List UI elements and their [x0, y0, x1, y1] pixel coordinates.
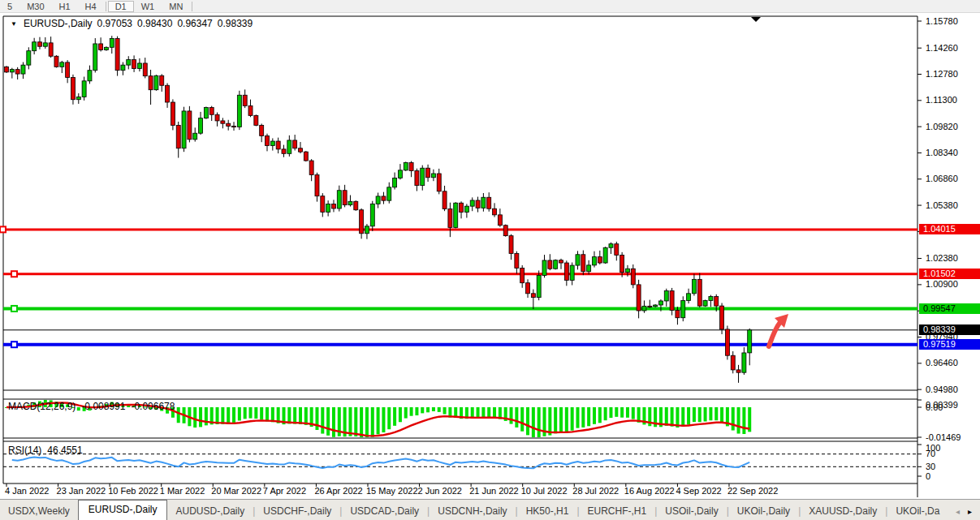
macd-histogram-bar — [493, 407, 496, 418]
macd-histogram-bar — [693, 407, 696, 422]
candle-body — [60, 62, 64, 67]
date-axis-label: 23 Jan 2022 — [57, 486, 106, 496]
price-axis-label: 1.15780 — [926, 16, 958, 26]
macd-histogram-bar — [510, 407, 513, 424]
tab-audusd-daily[interactable]: AUDUSD-,Daily — [167, 502, 253, 520]
macd-histogram-bar — [704, 407, 707, 422]
tab-usdchf-daily[interactable]: USDCHF-,Daily — [255, 502, 339, 520]
macd-histogram-bar — [399, 407, 402, 422]
candle-body — [720, 306, 724, 329]
date-axis-label: 10 Jul 2022 — [521, 486, 568, 496]
candle-body — [487, 197, 491, 208]
tab-scroll-right-icon[interactable]: ▸ — [968, 507, 972, 516]
tab-xauusd-daily[interactable]: XAUUSD-,Daily — [801, 502, 885, 520]
macd-histogram-bar — [609, 407, 612, 418]
candle-body — [37, 42, 41, 46]
candle-body — [66, 62, 70, 78]
candle-body — [154, 75, 158, 89]
macd-histogram-bar — [249, 407, 253, 419]
candlestick-plot — [0, 0, 980, 520]
macd-histogram-bar — [471, 407, 474, 418]
candle-body — [664, 291, 668, 301]
macd-histogram-bar — [598, 407, 602, 423]
tab-usdx-weekly[interactable]: USDX,Weekly — [0, 502, 78, 520]
candle-body — [648, 306, 652, 307]
macd-histogram-bar — [387, 407, 391, 429]
macd-histogram-bar — [487, 407, 490, 417]
candle-body — [209, 108, 214, 115]
macd-value-main: -0.008991 — [81, 401, 125, 412]
macd-histogram-bar — [665, 407, 668, 426]
tab-scroll-left-icon[interactable]: ◂ — [956, 507, 960, 516]
candle-body — [304, 152, 308, 161]
macd-histogram-bar — [321, 407, 324, 434]
candle-body — [542, 260, 546, 276]
macd-histogram-bar — [481, 407, 485, 417]
candle-body — [360, 210, 364, 234]
candle-body — [526, 283, 530, 294]
tab-ukoil-daily[interactable]: UKOil-,Daily — [729, 502, 798, 520]
candle-body — [232, 126, 236, 127]
mt4-chart-window: 5M30H1H4D1W1MN ▼ EURUSD-,Daily 0.97053 0… — [0, 0, 980, 520]
candle-body — [398, 170, 402, 178]
macd-histogram-bar — [421, 407, 424, 413]
date-axis-label: 7 Apr 2022 — [263, 486, 306, 496]
candle-body — [687, 294, 691, 301]
up-arrow-annotation — [769, 322, 780, 346]
macd-histogram-bar — [532, 407, 535, 437]
candle-body — [176, 125, 180, 148]
macd-histogram-bar — [626, 407, 629, 418]
candle-body — [714, 297, 719, 307]
candle-body — [697, 279, 702, 306]
tab-eurusd-daily[interactable]: EURUSD-,Daily — [78, 500, 168, 520]
price-axis-label: 1.02380 — [926, 253, 958, 263]
macd-histogram-bar — [620, 407, 624, 418]
symbol-tab-bar: USDX,WeeklyEURUSD-,DailyAUDUSD-,Daily|US… — [0, 499, 980, 520]
macd-histogram-bar — [632, 407, 635, 419]
candle-body — [182, 111, 186, 148]
candle-body — [437, 174, 441, 191]
candle-body — [592, 257, 596, 265]
candle-body — [409, 162, 413, 170]
macd-axis-label: 0.00 — [926, 402, 943, 412]
macd-histogram-bar — [266, 407, 269, 421]
resistance-line-lower-price-tag: 1.01502 — [919, 269, 980, 279]
candle-body — [493, 208, 497, 215]
macd-histogram-bar — [260, 407, 263, 419]
candle-body — [426, 168, 430, 178]
candle-body — [293, 140, 297, 148]
price-axis-label: 0.96460 — [926, 358, 958, 367]
candle-body — [115, 38, 119, 70]
candle-body — [393, 178, 397, 187]
tab-usdcad-daily[interactable]: USDCAD-,Daily — [342, 502, 427, 520]
candle-body — [742, 353, 746, 372]
macd-histogram-bar — [244, 407, 247, 419]
symbol-dropdown-icon: ▼ — [11, 20, 17, 28]
candle-body — [204, 108, 208, 118]
candle-body — [681, 301, 685, 318]
price-axis-label: 1.05380 — [926, 200, 958, 210]
macd-histogram-bar — [520, 407, 524, 432]
tab-ukoil-da[interactable]: UKOil-,Da — [887, 502, 948, 520]
tab-usdcnh-daily[interactable]: USDCNH-,Daily — [430, 502, 515, 520]
tab-usoil-daily[interactable]: USOil-,Daily — [657, 502, 726, 520]
tab-hk50-h1[interactable]: HK50-,H1 — [518, 502, 577, 520]
macd-histogram-bar — [410, 407, 413, 416]
candle-body — [460, 203, 464, 212]
candle-body — [260, 125, 264, 135]
macd-histogram-bar — [681, 407, 684, 427]
resistance-line-upper-price-tag: 1.04015 — [919, 224, 980, 234]
macd-histogram-bar — [232, 407, 235, 424]
candle-body — [248, 105, 253, 115]
tab-eurchf-h1[interactable]: EURCHF-,H1 — [580, 502, 655, 520]
macd-histogram-bar — [737, 407, 740, 434]
price-axis-label: 0.94980 — [926, 385, 958, 394]
candle-body — [570, 265, 574, 280]
ohlc-close: 0.98339 — [218, 18, 253, 29]
candle-body — [670, 291, 674, 311]
date-axis-label: 20 Mar 2022 — [211, 486, 261, 496]
macd-histogram-bar — [271, 407, 274, 422]
candle-body — [598, 257, 602, 263]
candle-body — [615, 244, 619, 256]
date-axis-label: 1 Mar 2022 — [160, 486, 205, 496]
